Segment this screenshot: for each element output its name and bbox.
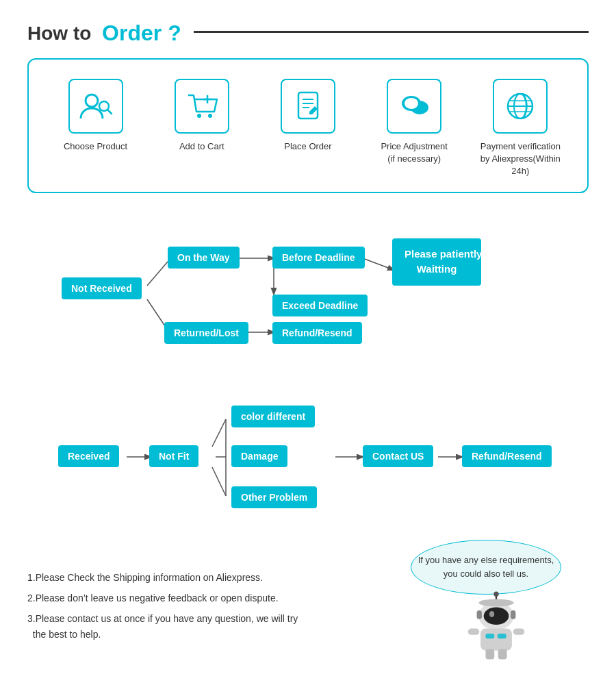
svg-rect-8 — [298, 92, 318, 119]
robot-icon — [459, 588, 534, 663]
node-not-received: Not Received — [62, 277, 142, 299]
step-add-to-cart: Add to Cart — [154, 79, 250, 153]
svg-point-4 — [197, 114, 201, 118]
notes-robot-section: 1.Please Check the Shipping information … — [0, 556, 616, 680]
document-icon — [290, 88, 326, 124]
node-returned-lost: Returned/Lost — [164, 322, 248, 344]
node-contact-us: Contact US — [363, 445, 433, 467]
svg-line-2 — [107, 110, 112, 114]
svg-point-14 — [405, 98, 418, 109]
cart-icon — [184, 88, 220, 124]
node-exceed-deadline: Exceed Deadline — [272, 295, 368, 316]
node-color-different: color different — [231, 406, 315, 427]
received-flow: Received Not Fit color different Damage … — [21, 385, 595, 543]
node-patiently-waiting: Please patientlyWaitting — [392, 238, 481, 286]
svg-point-0 — [86, 95, 98, 107]
node-not-fit: Not Fit — [149, 445, 198, 467]
svg-point-5 — [208, 114, 212, 118]
svg-rect-46 — [511, 610, 515, 619]
svg-line-28 — [212, 419, 226, 447]
step-place-order-label: Place Order — [284, 140, 331, 153]
svg-rect-44 — [513, 628, 525, 634]
svg-point-38 — [489, 610, 494, 616]
node-damage: Damage — [231, 445, 287, 467]
svg-line-20 — [147, 262, 168, 286]
node-on-the-way: On the Way — [168, 247, 240, 269]
step-place-order-icon-box — [281, 79, 335, 134]
globe-icon — [502, 88, 538, 124]
title-text: How to — [27, 23, 97, 45]
step-payment-verification-icon-box — [493, 79, 548, 134]
step-price-adjustment-icon-box — [387, 79, 441, 134]
svg-rect-42 — [498, 633, 506, 638]
not-received-flow: Not Received On the Way Returned/Lost Be… — [21, 221, 595, 378]
step-choose-product-icon-box — [68, 79, 123, 134]
node-before-deadline: Before Deadline — [272, 247, 365, 269]
node-received: Received — [58, 445, 119, 467]
person-search-icon — [78, 88, 114, 124]
svg-rect-41 — [485, 633, 494, 638]
svg-point-39 — [478, 599, 513, 606]
speech-bubble: If you have any else requirements,you co… — [411, 540, 561, 595]
svg-rect-45 — [477, 610, 482, 619]
step-place-order: Place Order — [260, 79, 356, 153]
section-title: How to Order ? — [27, 21, 589, 46]
svg-line-30 — [212, 467, 226, 496]
svg-rect-43 — [468, 628, 480, 634]
svg-rect-47 — [485, 649, 494, 659]
flowchart-section: Not Received On the Way Returned/Lost Be… — [0, 207, 616, 556]
order-steps-box: Choose Product Add to Cart — [27, 58, 589, 193]
node-refund-resend-1: Refund/Resend — [272, 322, 362, 344]
step-choose-product: Choose Product — [48, 79, 144, 153]
how-to-order-section: How to Order ? Choose Product — [0, 0, 616, 207]
speech-bubble-icon — [396, 88, 432, 124]
robot-area: If you have any else requirements,you co… — [404, 540, 582, 666]
svg-rect-40 — [480, 628, 512, 650]
step-payment-verification: Payment verificationby Aliexpress(Within… — [472, 79, 568, 178]
svg-point-37 — [484, 607, 509, 625]
svg-line-23 — [363, 258, 394, 270]
step-price-adjustment-label: Price Adjustment(if necessary) — [381, 140, 448, 165]
step-choose-product-label: Choose Product — [64, 140, 127, 153]
step-price-adjustment: Price Adjustment(if necessary) — [366, 79, 462, 165]
svg-point-35 — [493, 591, 498, 596]
node-refund-resend-2: Refund/Resend — [462, 445, 552, 467]
node-other-problem: Other Problem — [231, 486, 317, 508]
step-payment-verification-label: Payment verificationby Aliexpress(Within… — [472, 140, 568, 178]
title-green: Order ? — [102, 21, 181, 46]
step-add-to-cart-label: Add to Cart — [179, 140, 224, 153]
step-add-to-cart-icon-box — [175, 79, 229, 134]
svg-rect-48 — [498, 649, 507, 659]
